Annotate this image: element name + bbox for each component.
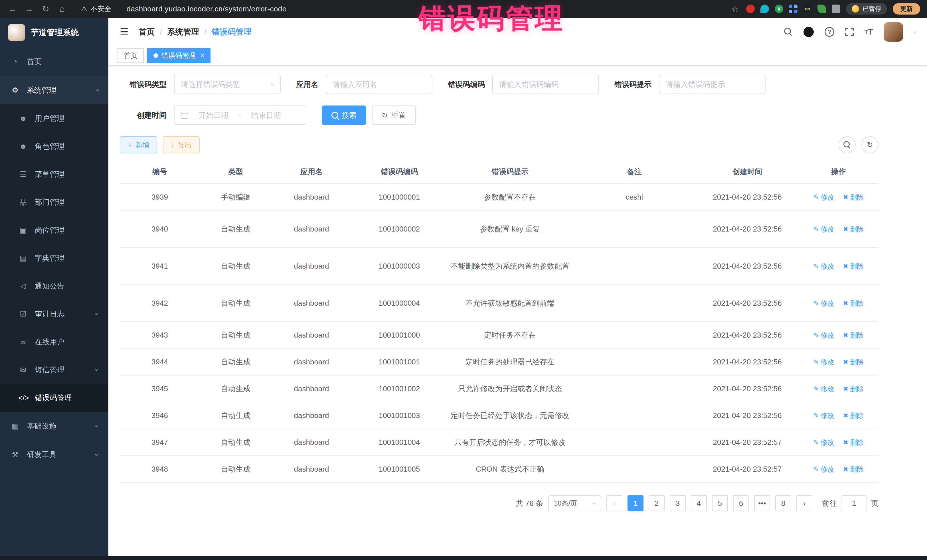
back-icon[interactable]: ←	[7, 4, 18, 14]
extension-green-v-icon[interactable]: V	[775, 5, 783, 13]
reset-button[interactable]: ↻ 重置	[372, 106, 416, 125]
column-header: 错误码编码	[351, 160, 447, 184]
extension-red-icon[interactable]	[746, 5, 755, 13]
fullscreen-icon[interactable]	[845, 28, 854, 36]
sidebar-item[interactable]: </> 错误码管理 ›	[0, 384, 108, 412]
avatar-caret-icon[interactable]: ›	[912, 31, 918, 33]
delete-link[interactable]: ✖ 删除	[843, 465, 864, 474]
delete-link[interactable]: ✖ 删除	[843, 384, 864, 393]
edit-link[interactable]: ✎ 修改	[813, 358, 834, 367]
page-number-button[interactable]: 3	[670, 495, 686, 511]
page-size-select[interactable]: 10条/页 ›	[548, 495, 601, 511]
sidebar-item[interactable]: ∞ 在线用户 ›	[0, 328, 108, 356]
sidebar-item[interactable]: ☻ 角色管理 ›	[0, 132, 108, 160]
edit-link[interactable]: ✎ 修改	[813, 225, 834, 234]
page-number-button[interactable]: 5	[712, 495, 728, 511]
edit-link[interactable]: ✎ 修改	[813, 411, 834, 420]
extension-teal-drop-icon[interactable]	[760, 5, 769, 13]
page-number-button[interactable]: 1	[628, 495, 643, 511]
add-button[interactable]: + 新增	[120, 136, 157, 153]
paused-badge[interactable]: 已暂停	[846, 3, 887, 15]
edit-link[interactable]: ✎ 修改	[813, 331, 834, 340]
sidebar-item[interactable]: ▣ 岗位管理 ›	[0, 216, 108, 244]
error-msg-input[interactable]	[666, 80, 759, 89]
sidebar-item[interactable]: ⚙ 系统管理 ›	[0, 76, 108, 104]
refresh-table-button[interactable]: ↻	[862, 136, 878, 153]
close-tab-icon[interactable]: ×	[200, 52, 204, 59]
edit-link[interactable]: ✎ 修改	[813, 438, 834, 447]
update-button[interactable]: 更新	[893, 3, 920, 15]
extension-grid-icon[interactable]	[789, 5, 798, 13]
cell-message: 只允许修改为开启或者关闭状态	[447, 375, 573, 402]
next-page-button[interactable]: ›	[796, 495, 812, 511]
app-name-input[interactable]	[333, 80, 426, 89]
sidebar-item-label: 在线用户	[35, 337, 64, 347]
goto-page-input[interactable]	[841, 495, 867, 511]
sidebar-item[interactable]: ☰ 菜单管理 ›	[0, 160, 108, 188]
sidebar-item[interactable]: ▤ 字典管理 ›	[0, 244, 108, 272]
delete-link[interactable]: ✖ 删除	[843, 331, 864, 340]
delete-link[interactable]: ✖ 删除	[843, 193, 864, 202]
sidebar-item[interactable]: ◔ 首页 ›	[0, 47, 108, 76]
sidebar-item[interactable]: ✉ 短信管理 ›	[0, 356, 108, 384]
extensions-puzzle-icon[interactable]	[832, 5, 840, 13]
extension-on-badge-icon[interactable]: on	[803, 5, 812, 13]
breadcrumb-home[interactable]: 首页	[138, 27, 155, 37]
page-number-button[interactable]: 8	[775, 495, 791, 511]
edit-link[interactable]: ✎ 修改	[813, 384, 834, 393]
collapse-sidebar-icon[interactable]: ☰	[120, 26, 128, 38]
extension-leaf-icon[interactable]	[818, 5, 826, 13]
font-size-icon[interactable]: TT	[865, 27, 873, 36]
error-code-input[interactable]	[499, 80, 592, 89]
bookmark-star-icon[interactable]: ☆	[729, 4, 740, 14]
export-button[interactable]: ↓ 导出	[163, 136, 200, 153]
delete-link[interactable]: ✖ 删除	[843, 358, 864, 367]
edit-link[interactable]: ✎ 修改	[813, 262, 834, 271]
table-body: 3939 手动编辑 dashboard 1001000001 参数配置不存在 c…	[120, 184, 878, 483]
edit-link[interactable]: ✎ 修改	[813, 193, 834, 202]
cell-remark	[573, 348, 696, 375]
page-number-button[interactable]: 2	[649, 495, 664, 511]
sidebar-item[interactable]: ▦ 基础设施 ›	[0, 412, 108, 440]
delete-link[interactable]: ✖ 删除	[843, 299, 864, 308]
user-avatar[interactable]	[884, 22, 903, 42]
help-icon[interactable]: ?	[825, 27, 834, 37]
error-type-select[interactable]: 请选择错误码类型 ›	[174, 75, 281, 94]
url-bar[interactable]: dashboard.yudao.iocoder.cn/system/error-…	[127, 5, 287, 14]
search-button[interactable]: 搜索	[322, 106, 366, 125]
tab-error-code[interactable]: 错误码管理 ×	[147, 48, 211, 63]
edit-link[interactable]: ✎ 修改	[813, 299, 834, 308]
prev-page-button[interactable]: ‹	[606, 495, 622, 511]
sidebar-item[interactable]: 品 部门管理 ›	[0, 188, 108, 216]
delete-link[interactable]: ✖ 删除	[843, 411, 864, 420]
sidebar-item[interactable]: ◁ 通知公告 ›	[0, 272, 108, 300]
forward-icon[interactable]: →	[23, 4, 35, 14]
start-date-input[interactable]	[193, 111, 234, 120]
delete-link[interactable]: ✖ 删除	[843, 438, 864, 447]
edit-pencil-icon: ✎	[813, 439, 819, 446]
delete-link[interactable]: ✖ 删除	[843, 262, 864, 271]
delete-link[interactable]: ✖ 删除	[843, 225, 864, 234]
security-badge[interactable]: ⚠ 不安全	[81, 4, 111, 14]
end-date-input[interactable]	[246, 111, 287, 120]
sidebar-item[interactable]: ⚒ 研发工具 ›	[0, 440, 108, 469]
reload-icon[interactable]: ↻	[40, 4, 51, 14]
home-icon[interactable]: ⌂	[56, 4, 68, 14]
toggle-search-button[interactable]	[839, 136, 856, 153]
date-range-picker[interactable]: -	[174, 106, 306, 125]
page-number-button[interactable]: 4	[691, 495, 707, 511]
page-number-button[interactable]: 6	[733, 495, 749, 511]
cell-id: 3945	[120, 375, 200, 402]
breadcrumb-system[interactable]: 系统管理	[167, 27, 199, 37]
search-icon[interactable]	[784, 28, 793, 36]
tab-home[interactable]: 首页	[117, 48, 144, 63]
sidebar-item[interactable]: ☑ 审计日志 ›	[0, 300, 108, 328]
github-icon[interactable]	[804, 27, 814, 37]
column-header: 编号	[120, 160, 200, 184]
filter-row-1: 错误码类型 请选择错误码类型 › 应用名 错误码编码	[120, 75, 878, 94]
toolbar-right: ↻	[839, 136, 878, 153]
app-logo[interactable]: 芋道管理系统	[0, 18, 108, 47]
sidebar-item[interactable]: ☻ 用户管理 ›	[0, 104, 108, 132]
edit-link[interactable]: ✎ 修改	[813, 465, 834, 474]
page-number-button[interactable]: •••	[754, 495, 770, 511]
